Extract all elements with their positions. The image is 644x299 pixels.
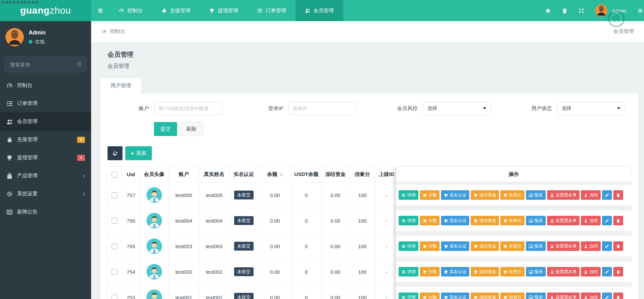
blacklist-button[interactable]: 设置黑名单 <box>547 216 580 225</box>
report-button[interactable]: 报表 <box>526 241 546 251</box>
delete-button[interactable] <box>613 241 623 251</box>
detail-button[interactable]: 详情 <box>399 293 418 299</box>
row-checkbox[interactable] <box>112 243 117 249</box>
detail-button[interactable]: 详情 <box>399 216 418 225</box>
score-button[interactable]: 分数 <box>420 190 440 200</box>
blacklist-button[interactable]: 设置黑名单 <box>547 267 580 276</box>
sidebar-item-label: 充值管理 <box>17 136 38 143</box>
credit-score-button[interactable]: 信誉分 <box>500 293 525 299</box>
report-button[interactable]: 报表 <box>526 293 546 299</box>
tab-user-management[interactable]: 用户管理 <box>101 78 141 93</box>
sidebar-item-settings[interactable]: 系统设置 ‹ <box>0 185 91 203</box>
freeze-user-button[interactable]: 冻结 <box>581 190 601 200</box>
freeze-user-button[interactable]: 冻结 <box>581 267 601 276</box>
report-button[interactable]: 报表 <box>526 216 546 225</box>
user-status-select[interactable]: 选择 <box>557 102 625 115</box>
account-label: 账户 <box>139 105 149 112</box>
freeze-user-button[interactable]: 冻结 <box>581 216 601 225</box>
tachometer-icon <box>119 8 124 13</box>
realname-auth-button[interactable]: 实名认证 <box>441 267 469 276</box>
menu-search-input[interactable] <box>5 57 86 72</box>
reload-table-button[interactable] <box>108 146 123 160</box>
sidebar-item-news[interactable]: 新闻公告 <box>0 203 91 221</box>
score-button[interactable]: 分数 <box>420 267 440 276</box>
blacklist-button[interactable]: 设置黑名单 <box>547 241 580 251</box>
edit-button[interactable] <box>602 267 612 276</box>
login-ip-input[interactable] <box>288 102 357 115</box>
refresh-button[interactable]: 刷新 <box>180 122 203 136</box>
freeze-funds-button[interactable]: 冻结资金 <box>471 190 499 200</box>
user-icon <box>584 270 588 274</box>
search-icon[interactable] <box>77 62 82 67</box>
edit-button[interactable] <box>602 293 612 299</box>
blacklist-button[interactable]: 设置黑名单 <box>547 293 580 299</box>
chart-icon <box>529 193 533 197</box>
blacklist-button[interactable]: 设置黑名单 <box>547 190 580 200</box>
add-member-button[interactable]: + 添加 <box>125 146 152 160</box>
score-button[interactable]: 分数 <box>420 216 440 225</box>
delete-button[interactable] <box>613 190 623 200</box>
risk-select[interactable]: 选择 <box>423 102 491 115</box>
trash-icon[interactable] <box>562 8 568 14</box>
row-checkbox[interactable] <box>112 218 117 224</box>
credit-score-button[interactable]: 信誉分 <box>500 241 525 251</box>
freeze-funds-button[interactable]: 冻结资金 <box>471 293 499 299</box>
home-icon[interactable] <box>545 8 551 14</box>
select-all-checkbox[interactable] <box>112 172 117 178</box>
detail-button[interactable]: 详情 <box>399 190 418 200</box>
freeze-user-button[interactable]: 冻结 <box>581 293 601 299</box>
edit-button[interactable] <box>602 216 612 225</box>
delete-button[interactable] <box>613 216 623 225</box>
report-button[interactable]: 报表 <box>526 190 546 200</box>
report-button[interactable]: 报表 <box>526 267 546 276</box>
sidebar-item-recharge[interactable]: 充值管理 0 <box>0 131 91 149</box>
credit-score-button[interactable]: 信誉分 <box>500 267 525 276</box>
breadcrumb-dashboard-link[interactable]: 控制台 <box>110 28 125 35</box>
cell-realname: text002 <box>199 259 229 285</box>
nav-item-dashboard[interactable]: 控制台 <box>110 0 152 21</box>
cart-icon <box>503 193 507 197</box>
submit-button[interactable]: 提交 <box>154 122 177 136</box>
risk-select-value: 选择 <box>428 105 437 111</box>
verify-status-badge: 未提交 <box>234 267 254 276</box>
sidebar-toggle-button[interactable] <box>91 0 110 21</box>
sidebar-item-orders[interactable]: 订单管理 <box>0 94 91 113</box>
credit-score-button[interactable]: 信誉分 <box>500 190 525 200</box>
gear-icon[interactable] <box>637 8 643 14</box>
realname-auth-button[interactable]: 实名认证 <box>441 293 469 299</box>
cart-icon <box>423 193 427 197</box>
sidebar-item-withdraw[interactable]: 提现管理 4 <box>0 149 91 167</box>
realname-auth-button[interactable]: 实名认证 <box>441 190 469 200</box>
nav-item-members[interactable]: 会员管理 <box>296 0 343 21</box>
row-checkbox[interactable] <box>112 295 117 299</box>
realname-auth-button[interactable]: 实名认证 <box>441 216 469 225</box>
row-checkbox[interactable] <box>112 269 117 275</box>
freeze-funds-button[interactable]: 冻结资金 <box>471 216 499 225</box>
cell-verify: 未提交 <box>229 259 259 285</box>
account-search-input[interactable] <box>154 102 223 115</box>
nav-item-orders[interactable]: 订单管理 <box>248 0 296 21</box>
freeze-funds-button[interactable]: 冻结资金 <box>471 267 499 276</box>
fullscreen-icon[interactable] <box>578 8 584 14</box>
score-button[interactable]: 分数 <box>420 293 440 299</box>
score-button[interactable]: 分数 <box>420 241 440 251</box>
sidebar-item-products[interactable]: 产品管理 ‹ <box>0 167 91 185</box>
freeze-funds-button[interactable]: 冻结资金 <box>471 241 499 251</box>
freeze-user-button[interactable]: 冻结 <box>581 241 601 251</box>
delete-button[interactable] <box>613 293 623 299</box>
nav-item-recharge[interactable]: 充值管理 <box>152 0 200 21</box>
cell-balance: 0.00 <box>259 285 291 299</box>
nav-item-withdraw[interactable]: 提现管理 <box>200 0 248 21</box>
cart-icon <box>444 219 448 223</box>
realname-auth-button[interactable]: 实名认证 <box>441 241 469 251</box>
sort-control[interactable] <box>280 173 283 177</box>
detail-button[interactable]: 详情 <box>399 267 418 276</box>
edit-button[interactable] <box>602 190 612 200</box>
detail-button[interactable]: 详情 <box>399 241 418 251</box>
credit-score-button[interactable]: 信誉分 <box>500 216 525 225</box>
sidebar-item-dashboard[interactable]: 控制台 <box>0 76 91 94</box>
delete-button[interactable] <box>613 267 623 276</box>
edit-button[interactable] <box>602 241 612 251</box>
row-checkbox[interactable] <box>112 192 117 198</box>
sidebar-item-members[interactable]: 会员管理 <box>0 113 91 131</box>
